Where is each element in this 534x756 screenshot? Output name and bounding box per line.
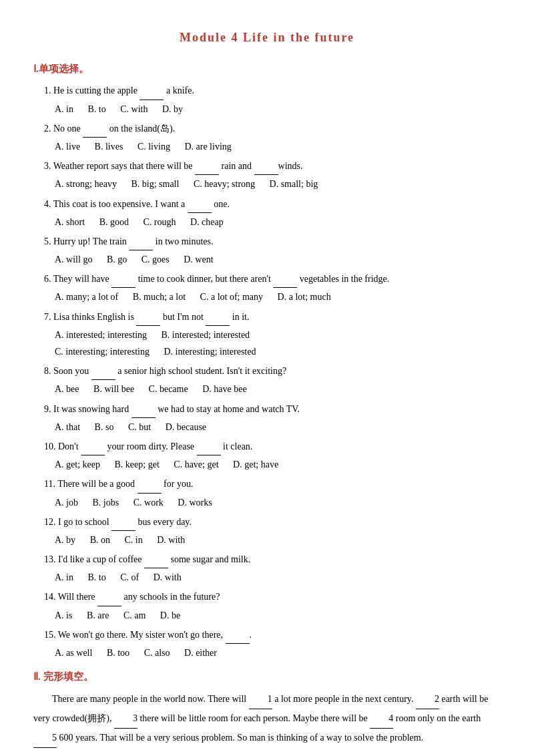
q8-opt-a: A. bee [55,381,79,397]
q1-opt-d: D. by [162,101,183,118]
q3-opt-d: D. small; big [270,176,318,192]
q15-opt-b: B. too [107,644,129,661]
section1-title: Ⅰ.单项选择。 [33,60,501,78]
q11-text: 11. There will be a good for you. [44,476,501,493]
cloze-blank-5: 5 [33,729,57,748]
q6-blank1 [111,270,136,288]
q11-opt-b: B. jobs [93,494,119,511]
page-title: Module 4 Life in the future [33,27,501,48]
q12-options: A. by B. on C. in D. with [44,532,501,548]
q9-blank [131,401,156,418]
question-5: 5. Hurry up! The train in two minutes. A… [33,233,501,268]
q11-opt-d: D. works [178,494,212,511]
q1-opt-a: A. in [55,101,73,118]
q3-blank2 [254,158,278,175]
q10-text: 10. Don't your room dirty. Please it cle… [44,438,501,455]
q5-blank [129,233,153,250]
q15-opt-d: D. either [184,644,217,661]
q5-opt-a: A. will go [55,251,92,268]
q10-blank1 [81,438,105,455]
q15-opt-c: C. also [144,644,170,661]
question-3: 3. Weather report says that there will b… [33,158,501,192]
q14-text: 14. Will there any schools in the future… [44,588,501,606]
q13-opt-b: B. to [88,569,106,586]
q8-text: 8. Soon you a senior high school student… [44,363,501,380]
q8-blank [91,363,115,380]
q6-opt-d: D. a lot; much [278,289,331,305]
q12-opt-b: B. on [90,532,110,548]
questions-container: 1. He is cutting the apple a knife. A. i… [33,82,501,661]
q6-options: A. many; a lot of B. much; a lot C. a lo… [44,289,501,305]
q14-opt-c: C. am [123,607,146,624]
q9-options: A. that B. so C. but D. because [44,419,501,435]
q2-opt-d: D. are living [184,138,231,155]
q2-blank [83,120,107,138]
q12-blank [111,514,136,531]
cloze-blank-2: 2 [416,690,439,709]
q2-text: 2. No one on the island(岛). [44,120,501,138]
q1-text: 1. He is cutting the apple a knife. [44,82,501,100]
cloze-paragraph: There are many people in the world now. … [33,690,501,748]
q15-text: 15. We won't go there. My sister won't g… [44,626,501,644]
q1-opt-b: B. to [88,101,106,118]
question-11: 11. There will be a good for you. A. job… [33,476,501,510]
q6-opt-b: B. much; a lot [133,289,186,305]
cloze-blank-1: 1 [249,690,272,709]
q12-opt-d: D. with [157,532,185,548]
q5-opt-c: C. goes [142,251,170,268]
q4-text: 4. This coat is too expensive. I want a … [44,196,501,213]
q7-blank1 [136,309,160,326]
q7-opt-a: A. interested; interesting [55,327,147,343]
q10-opt-c: C. have; get [174,456,218,473]
section2-title: Ⅱ. 完形填空。 [33,668,501,686]
q14-opt-b: B. are [87,607,109,624]
q4-opt-b: B. good [99,214,129,230]
q1-options: A. in B. to C. with D. by [44,101,501,118]
q15-options: A. as well B. too C. also D. either [44,644,501,661]
q8-opt-b: B. will bee [93,381,134,397]
q1-blank [140,82,164,100]
q7-opt-c: C. interesting; interesting [55,343,150,360]
question-12: 12. I go to school bus every day. A. by … [33,514,501,548]
q10-blank2 [197,438,221,455]
q10-opt-a: A. get; keep [55,456,100,473]
q8-opt-c: C. became [149,381,188,397]
q12-text: 12. I go to school bus every day. [44,514,501,531]
question-8: 8. Soon you a senior high school student… [33,363,501,397]
question-7: 7. Lisa thinks English is but I'm not in… [33,309,501,361]
q4-blank [188,196,212,213]
q7-opt-d: D. interesting; interested [164,343,256,360]
question-15: 15. We won't go there. My sister won't g… [33,626,501,661]
q6-text: 6. They will have time to cook dinner, b… [44,270,501,288]
q13-options: A. in B. to C. of D. with [44,569,501,586]
q4-opt-a: A. short [55,214,85,230]
q13-opt-c: C. of [120,569,139,586]
q6-opt-a: A. many; a lot of [55,289,118,305]
q14-options: A. is B. are C. am D. be [44,607,501,624]
question-4: 4. This coat is too expensive. I want a … [33,196,501,230]
q14-blank [97,588,121,606]
q9-opt-b: B. so [95,419,114,435]
q5-opt-b: B. go [107,251,127,268]
question-14: 14. Will there any schools in the future… [33,588,501,623]
q8-opt-d: D. have bee [202,381,246,397]
question-2: 2. No one on the island(岛). A. live B. l… [33,120,501,155]
q13-blank [144,551,168,568]
q4-opt-d: D. cheap [190,214,224,230]
q3-opt-b: B. big; small [131,176,179,192]
q4-opt-c: C. rough [143,214,176,230]
q5-options: A. will go B. go C. goes D. went [44,251,501,268]
q1-opt-c: C. with [120,101,148,118]
q3-blank1 [195,158,219,175]
q3-options: A. strong; heavy B. big; small C. heavy;… [44,176,501,192]
q3-opt-a: A. strong; heavy [55,176,117,192]
q7-blank2 [206,309,230,326]
cloze-blank-4: 4 [370,709,393,729]
question-6: 6. They will have time to cook dinner, b… [33,270,501,305]
q14-opt-d: D. be [160,607,180,624]
q10-opt-d: D. get; have [233,456,278,473]
q11-blank [138,476,162,493]
q5-opt-d: D. went [184,251,213,268]
q10-opt-b: B. keep; get [115,456,160,473]
q7-options: A. interested; interesting B. interested… [44,327,501,360]
